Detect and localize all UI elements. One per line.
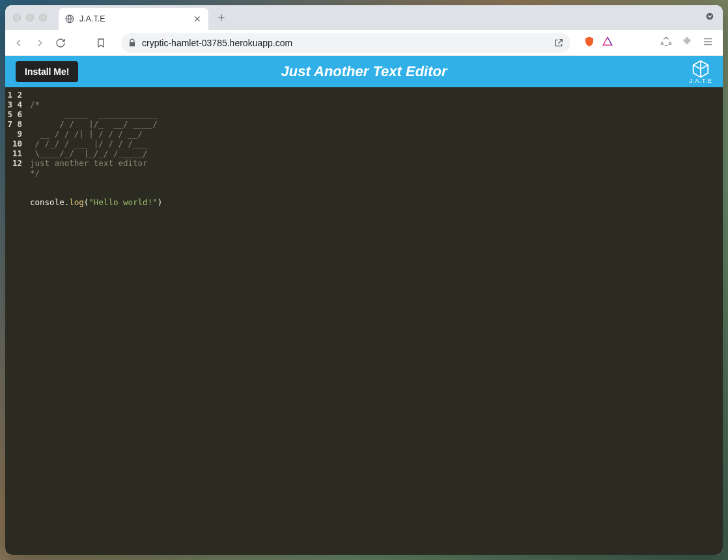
app-header: Install Me! Just Another Text Editor J.A… <box>5 56 723 87</box>
browser-toolbar: cryptic-hamlet-03785.herokuapp.com <box>5 30 723 56</box>
svg-point-1 <box>707 13 714 20</box>
address-bar[interactable]: cryptic-hamlet-03785.herokuapp.com <box>121 33 570 53</box>
code-line: /* <box>30 100 40 109</box>
code-line: / /_/ / ___ |/ / / /___ <box>30 139 148 148</box>
brave-rewards-icon[interactable] <box>602 36 613 50</box>
browser-tab-bar: J.A.T.E <box>5 5 723 30</box>
code-line: / / |/_ __/ ____/ <box>30 119 158 129</box>
open-external-icon[interactable] <box>553 38 564 48</box>
app-logo: J.A.T.E <box>689 59 712 84</box>
app-title: Just Another Text Editor <box>281 63 447 80</box>
browser-window: J.A.T.E cryptic-hamlet-03785.herokuapp.c… <box>5 5 723 555</box>
code-line: _____ ____________ <box>30 109 158 119</box>
code-token: console <box>30 197 64 207</box>
url-text: cryptic-hamlet-03785.herokuapp.com <box>142 38 548 48</box>
window-close-icon[interactable] <box>13 14 21 21</box>
code-token: ) <box>158 197 163 207</box>
code-line: __ / / /| | / / / __/ <box>30 129 143 139</box>
install-button[interactable]: Install Me! <box>16 61 78 82</box>
window-controls <box>13 14 47 21</box>
window-maximize-icon[interactable] <box>39 14 47 21</box>
back-button[interactable] <box>12 36 26 50</box>
close-tab-icon[interactable] <box>193 14 202 23</box>
recycle-icon[interactable] <box>660 36 672 50</box>
forward-button[interactable] <box>33 36 47 50</box>
code-content[interactable]: /* _____ ____________ / / |/_ __/ ____/ … <box>26 87 723 555</box>
new-tab-button[interactable] <box>212 8 231 27</box>
extensions-icon[interactable] <box>681 36 693 50</box>
brave-shield-icon[interactable] <box>583 36 595 50</box>
reload-button[interactable] <box>53 36 68 50</box>
browser-tab[interactable]: J.A.T.E <box>59 8 208 30</box>
tab-title: J.A.T.E <box>79 14 188 23</box>
tab-overflow-icon[interactable] <box>705 11 715 24</box>
menu-icon[interactable] <box>702 36 714 50</box>
globe-icon <box>65 14 74 23</box>
lock-icon <box>128 38 137 48</box>
line-gutter: 1 2 3 4 5 6 7 8 9 10 11 12 <box>5 87 26 555</box>
code-line: */ <box>30 168 40 178</box>
code-token: "Hello world!" <box>89 197 157 207</box>
code-line: just another text editor <box>30 158 148 168</box>
code-editor[interactable]: 1 2 3 4 5 6 7 8 9 10 11 12 /* _____ ____… <box>5 87 723 555</box>
cube-icon <box>691 59 710 79</box>
logo-subtitle: J.A.T.E <box>689 77 712 84</box>
toolbar-right <box>660 36 716 50</box>
window-minimize-icon[interactable] <box>26 14 34 21</box>
bookmark-button[interactable] <box>94 36 108 50</box>
code-line: \____/_/ |_/_/ /_____/ <box>30 148 148 158</box>
code-token: log <box>69 197 84 207</box>
